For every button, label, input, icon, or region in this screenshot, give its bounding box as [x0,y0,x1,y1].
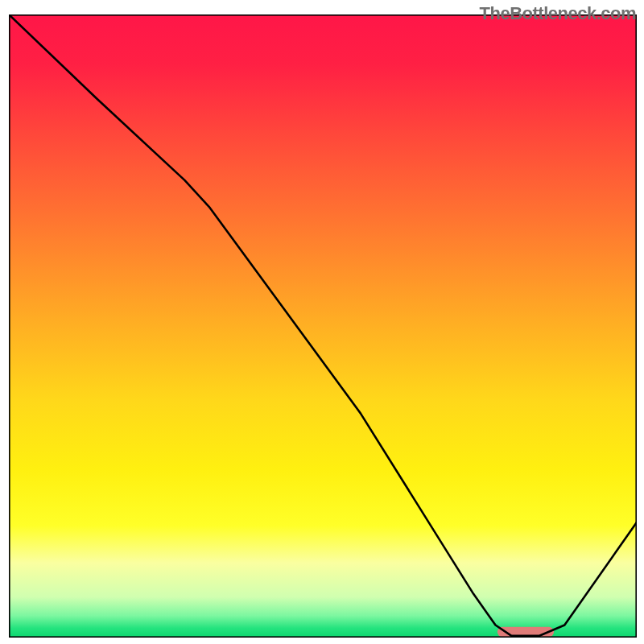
gradient-background [9,14,637,638]
chart-stage: TheBottleneck.com [0,0,644,644]
plot-area [9,14,637,638]
bottleneck-chart [9,14,637,638]
